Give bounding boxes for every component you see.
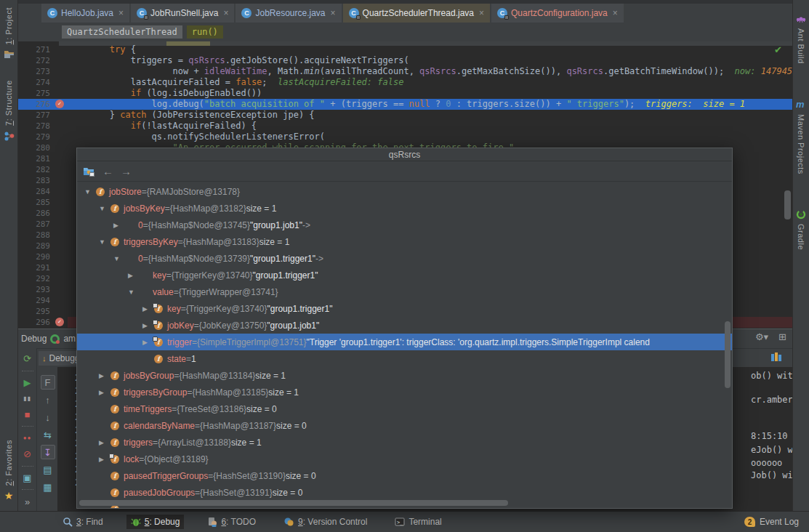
gutter-slot[interactable] — [53, 110, 68, 121]
resume-icon[interactable]: ▶ — [20, 376, 35, 390]
mute-breakpoints-icon[interactable]: ⊘ — [20, 448, 35, 461]
variable-row-state[interactable]: fstate = 1 — [77, 350, 732, 367]
view-breakpoints-icon[interactable]: ●● — [20, 432, 35, 445]
gutter-slot[interactable]: ✓ — [53, 99, 68, 110]
tool-strip-button-ant-build[interactable]: Ant Build — [793, 13, 809, 64]
print-icon[interactable]: ▤ — [41, 462, 55, 477]
statusbar-tab-debug[interactable]: 5: Debug — [126, 515, 185, 529]
editor-tab-hellojob-java[interactable]: CHelloJob.java× — [41, 4, 129, 23]
code-text[interactable]: } catch (JobPersistenceException jpe) { — [68, 110, 792, 121]
gutter-slot[interactable] — [53, 219, 68, 230]
gutter-slot[interactable] — [53, 306, 68, 317]
gutter-slot[interactable] — [53, 295, 68, 306]
gutter-slot[interactable] — [53, 230, 68, 241]
frame-down-icon[interactable]: ↓ — [41, 410, 55, 424]
variable-row-trigger[interactable]: ▶ftrigger = {SimpleTriggerImpl@13751} "T… — [77, 334, 732, 350]
tool-strip-button-maven-projects[interactable]: mMaven Projects — [793, 99, 809, 174]
expander-icon[interactable]: ▼ — [113, 255, 125, 262]
gutter-slot[interactable] — [53, 66, 68, 77]
event-log-button[interactable]: 2 Event Log — [744, 517, 799, 527]
popup-hscrollbar-thumb[interactable] — [79, 500, 508, 506]
expander-icon[interactable]: ▼ — [99, 205, 110, 212]
breadcrumb-class-chip[interactable]: QuartzSchedulerThread — [62, 25, 182, 39]
tool-strip-button-gradle[interactable]: Gradle — [793, 209, 809, 250]
code-text[interactable]: log.debug("batch acquisition of " + (tri… — [68, 99, 792, 110]
editor-tab-jobrunshell-java[interactable]: CJobRunShell.java× — [131, 4, 234, 23]
statusbar-tab-find[interactable]: 3: Find — [58, 515, 108, 529]
back-icon[interactable]: ← — [102, 165, 113, 177]
variable-row-jobkey[interactable]: ▶fjobKey = {JobKey@13750} "group1.job1" — [77, 317, 732, 334]
statusbar-tab-terminal[interactable]: >_Terminal — [390, 515, 446, 529]
expander-icon[interactable]: ▶ — [113, 222, 125, 229]
tool-strip-button-project[interactable]: 1: Project — [0, 7, 17, 60]
code-text[interactable]: qs.notifySchedulerListenersError( — [68, 132, 792, 142]
variable-row-triggersbykey[interactable]: ▼ftriggersByKey = {HashMap@13183} size =… — [77, 233, 732, 250]
gutter-slot[interactable] — [53, 55, 68, 66]
variable-row-pausedjobgroups[interactable]: fpausedJobGroups = {HashSet@13191} size … — [77, 484, 732, 501]
expander-icon[interactable]: ▶ — [128, 272, 140, 279]
expander-icon[interactable]: ▶ — [99, 389, 110, 396]
rerun-icon[interactable]: ⟳ — [20, 352, 35, 366]
popup-vscrollbar-thumb[interactable] — [725, 321, 730, 388]
expander-icon[interactable]: ▼ — [84, 188, 96, 196]
inspection-ok-icon[interactable]: ✔ — [774, 44, 782, 55]
variable-row-0[interactable]: ▼0 = {HashMap$Node@13739} "group1.trigge… — [77, 250, 732, 267]
gutter-slot[interactable] — [53, 208, 68, 219]
tab-close-icon[interactable]: × — [222, 8, 228, 18]
statusbar-tab-version-control[interactable]: 9: Version Control — [279, 515, 371, 529]
variable-row-lock[interactable]: ▶flock = {Object@13189} — [77, 451, 732, 467]
variable-row-jobsbykey[interactable]: ▼fjobsByKey = {HashMap@13182} size = 1 — [77, 200, 732, 217]
expander-icon[interactable]: ▶ — [99, 439, 110, 446]
expander-icon[interactable]: ▼ — [128, 289, 140, 296]
code-text[interactable]: now + idleWaitTime, Math.min(availThread… — [68, 66, 792, 77]
editor-tab-quartzconfiguration-java[interactable]: CQuartzConfiguration.java× — [491, 4, 624, 23]
hide-frames-icon[interactable]: F — [41, 375, 55, 390]
breakpoint-icon[interactable]: ✓ — [55, 100, 64, 108]
gutter-slot[interactable] — [53, 88, 68, 99]
code-text[interactable]: try { — [68, 44, 792, 55]
statusbar-tab-todo[interactable]: 6: TODO — [203, 515, 260, 529]
gutter-slot[interactable] — [53, 44, 68, 55]
gutter-slot[interactable] — [53, 284, 68, 295]
gutter-slot[interactable]: ✓ — [53, 317, 68, 328]
forward-icon[interactable]: → — [121, 165, 132, 177]
breadcrumb-method-chip[interactable]: run() — [187, 25, 223, 39]
variable-row-timetriggers[interactable]: ftimeTriggers = {TreeSet@13186} size = 0 — [77, 400, 732, 417]
gutter-slot[interactable] — [53, 186, 68, 197]
variable-row-triggers[interactable]: ▶ftriggers = {ArrayList@13188} size = 1 — [77, 434, 732, 451]
variable-row-0[interactable]: ▶0 = {HashMap$Node@13745} "group1.job1" … — [77, 217, 732, 233]
gutter-slot[interactable] — [53, 77, 68, 88]
variable-row-value[interactable]: ▼value = {TriggerWrapper@13741} — [77, 283, 732, 300]
gutter-slot[interactable] — [53, 251, 68, 262]
layout-icon[interactable]: ⊞ — [778, 331, 786, 342]
editor-tab-quartzschedulerthread-java[interactable]: CQuartzSchedulerThread.java× — [343, 4, 490, 23]
editor-scrollbar-thumb[interactable] — [784, 190, 791, 219]
stop-icon[interactable]: ■ — [20, 408, 35, 421]
tab-close-icon[interactable]: × — [611, 8, 618, 18]
variable-row-triggersbygroup[interactable]: ▶ftriggersByGroup = {HashMap@13185} size… — [77, 384, 732, 400]
gutter-slot[interactable] — [53, 142, 68, 153]
code-text[interactable]: if(!lastAcquireFailed) { — [68, 121, 792, 132]
variable-row-calendarsbyname[interactable]: fcalendarsByName = {HashMap@13187} size … — [77, 417, 732, 434]
expander-icon[interactable]: ▶ — [99, 372, 110, 379]
variable-row-jobsbygroup[interactable]: ▶fjobsByGroup = {HashMap@13184} size = 1 — [77, 367, 732, 384]
gutter-slot[interactable] — [53, 175, 68, 186]
tab-close-icon[interactable]: × — [117, 8, 124, 18]
step-settings-icon[interactable]: ⇆ — [41, 427, 55, 442]
code-text[interactable]: triggers = qsRsrcs.getJobStore().acquire… — [68, 55, 792, 66]
threads-view-icon[interactable] — [770, 352, 782, 363]
gutter-slot[interactable] — [53, 262, 68, 273]
tool-strip-button-favorites[interactable]: 2: Favorites★ — [0, 440, 17, 501]
variable-row-key[interactable]: ▶fkey = {TriggerKey@13740} "group1.trigg… — [77, 300, 732, 317]
gutter-slot[interactable] — [53, 164, 68, 175]
gutter-slot[interactable] — [53, 197, 68, 208]
gutter-slot[interactable] — [53, 132, 68, 142]
code-text[interactable]: lastAcquireFailed = false; lastAcquireFa… — [68, 77, 792, 88]
settings-icon[interactable]: ⚙▾ — [755, 331, 768, 342]
gutter-slot[interactable] — [53, 273, 68, 284]
clear-icon[interactable]: ▦ — [41, 480, 55, 494]
drop-frame-icon[interactable]: ↧ — [41, 445, 55, 459]
gutter-slot[interactable] — [53, 153, 68, 164]
thread-dump-icon[interactable]: ▣ — [20, 472, 35, 485]
folder-view-icon[interactable] — [83, 166, 95, 177]
